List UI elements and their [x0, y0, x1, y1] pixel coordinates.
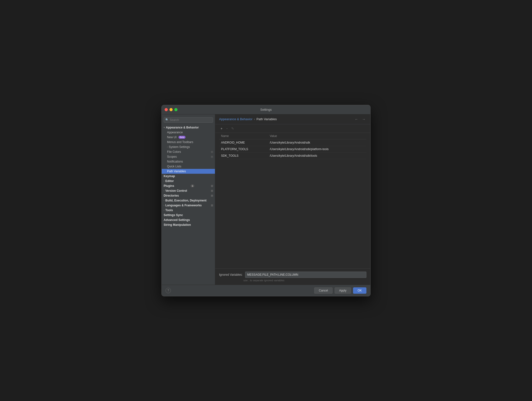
sidebar-item-label: String Manipulation — [164, 223, 191, 227]
table-icon: ▤ — [211, 150, 213, 153]
titlebar: Settings — [162, 105, 370, 114]
cell-name: PLATFORM_TOOLS — [219, 146, 268, 152]
sidebar-item-advanced-settings[interactable]: Advanced Settings — [162, 218, 215, 222]
sidebar-item-editor[interactable]: › Editor — [162, 179, 215, 183]
ignored-input[interactable] — [245, 272, 366, 278]
sidebar-item-appearance-behavior[interactable]: ▾ Appearance & Behavior — [162, 125, 215, 130]
breadcrumb-current: Path Variables — [257, 117, 277, 121]
sidebar-item-label: Tools — [165, 209, 173, 212]
sidebar-item-label: Notifications — [167, 160, 183, 163]
cell-value: /Users/kyle/Library/Android/sdk/tools — [268, 152, 366, 159]
sidebar-item-version-control[interactable]: › Version Control ▤ — [162, 188, 215, 193]
sidebar-item-languages-frameworks[interactable]: › Languages & Frameworks ▤ — [162, 203, 215, 208]
sidebar-item-label: Appearance & Behavior — [166, 126, 199, 129]
toolbar: + − ✎ — [215, 124, 370, 133]
sidebar-item-settings-sync[interactable]: Settings Sync — [162, 213, 215, 218]
sidebar-item-file-colors[interactable]: File Colors ▤ — [162, 149, 215, 154]
cell-value: /Users/kyle/Library/Android/sdk — [268, 139, 366, 146]
main-panel: Appearance & Behavior › Path Variables ←… — [215, 114, 370, 285]
sidebar-item-notifications[interactable]: Notifications — [162, 159, 215, 164]
sidebar-item-label: Quick Lists — [167, 165, 181, 168]
help-button[interactable]: ? — [166, 288, 171, 293]
col-value: Value — [268, 133, 366, 139]
breadcrumb-bar: Appearance & Behavior › Path Variables ←… — [215, 114, 370, 124]
sidebar-item-label: Version Control — [165, 189, 187, 192]
table-row[interactable]: SDK_TOOLS /Users/kyle/Library/Android/sd… — [219, 152, 366, 159]
col-name: Name — [219, 133, 268, 139]
sidebar-item-label: New UI — [167, 136, 177, 139]
table-icon: ▤ — [211, 155, 213, 158]
minimize-button[interactable] — [169, 108, 173, 111]
sidebar-item-quick-lists[interactable]: Quick Lists — [162, 164, 215, 169]
sidebar-item-system-settings[interactable]: › System Settings — [162, 145, 215, 149]
settings-window: Settings 🔍 ▾ Appearance & Behavior Appea… — [161, 105, 371, 296]
remove-button[interactable]: − — [224, 126, 229, 131]
table-row[interactable]: PLATFORM_TOOLS /Users/kyle/Library/Andro… — [219, 146, 366, 152]
sidebar-item-keymap[interactable]: Keymap — [162, 174, 215, 179]
plugins-badge: 1 — [191, 184, 194, 187]
sidebar-item-label: Directories — [164, 194, 179, 197]
sidebar-item-label: Editor — [165, 179, 174, 183]
nav-arrows: ← → — [354, 117, 366, 122]
forward-arrow[interactable]: → — [361, 117, 366, 122]
sidebar-item-label: Build, Execution, Deployment — [165, 199, 206, 202]
table-icon: ▤ — [211, 189, 213, 192]
table-row[interactable]: ANDROID_HOME /Users/kyle/Library/Android… — [219, 139, 366, 146]
main-content: 🔍 ▾ Appearance & Behavior Appearance New… — [162, 114, 370, 285]
chevron-right-icon: › — [164, 209, 164, 211]
window-title: Settings — [260, 108, 272, 111]
sidebar-item-label: System Settings — [169, 145, 190, 149]
search-box[interactable]: 🔍 — [164, 117, 213, 123]
cell-name: ANDROID_HOME — [219, 139, 268, 146]
variables-table: Name Value ANDROID_HOME /Users/kyle/Libr… — [219, 133, 366, 159]
sidebar-item-label: Advanced Settings — [164, 218, 190, 222]
chevron-right-icon: › — [164, 199, 164, 202]
sidebar-item-label: Appearance — [167, 131, 183, 134]
sidebar-item-menus-toolbars[interactable]: Menus and Toolbars — [162, 140, 215, 145]
bottom-area: Ignored Variables: use ; to separate ign… — [215, 268, 370, 285]
sidebar-item-build-execution[interactable]: › Build, Execution, Deployment — [162, 198, 215, 203]
search-icon: 🔍 — [165, 118, 169, 121]
edit-button[interactable]: ✎ — [230, 126, 236, 131]
chevron-right-icon: › — [164, 190, 164, 192]
cancel-button[interactable]: Cancel — [314, 287, 332, 294]
table-icon: ▤ — [211, 194, 213, 197]
cell-value: /Users/kyle/Library/Android/sdk/platform… — [268, 146, 366, 152]
chevron-down-icon: ▾ — [164, 126, 165, 129]
table-area: Name Value ANDROID_HOME /Users/kyle/Libr… — [215, 133, 370, 268]
sidebar-item-label: Menus and Toolbars — [167, 140, 193, 144]
sidebar-item-path-variables[interactable]: Path Variables — [162, 169, 215, 174]
sidebar-item-tools[interactable]: › Tools — [162, 208, 215, 213]
sidebar-item-string-manipulation[interactable]: String Manipulation — [162, 222, 215, 227]
footer: ? Cancel Apply OK — [162, 285, 370, 296]
chevron-right-icon: › — [164, 204, 164, 207]
back-arrow[interactable]: ← — [354, 117, 359, 122]
beta-badge: Beta — [178, 136, 186, 139]
footer-actions: Cancel Apply OK — [314, 287, 366, 294]
sidebar-item-label: Scopes — [167, 155, 177, 158]
maximize-button[interactable] — [174, 108, 177, 111]
ok-button[interactable]: OK — [353, 287, 366, 294]
sidebar-item-appearance[interactable]: Appearance — [162, 130, 215, 135]
search-input[interactable] — [170, 118, 211, 122]
sidebar-item-label: Plugins — [164, 184, 174, 188]
sidebar-item-label: Languages & Frameworks — [165, 204, 202, 207]
sidebar-item-label: Path Variables — [167, 170, 186, 173]
sidebar-item-plugins[interactable]: Plugins 1 ▤ — [162, 183, 215, 188]
close-button[interactable] — [165, 108, 168, 111]
sidebar-item-directories[interactable]: Directories ▤ — [162, 193, 215, 198]
sidebar-item-label: Settings Sync — [164, 213, 183, 217]
add-button[interactable]: + — [219, 126, 224, 131]
chevron-right-icon: › — [167, 146, 168, 148]
sidebar-item-label: Keymap — [164, 174, 175, 178]
sidebar-item-scopes[interactable]: Scopes ▤ — [162, 154, 215, 159]
ignored-label: Ignored Variables: — [219, 273, 243, 276]
apply-button[interactable]: Apply — [335, 287, 351, 294]
table-icon: ▤ — [211, 184, 213, 187]
breadcrumb-parent[interactable]: Appearance & Behavior — [219, 117, 252, 121]
ignored-hint: use ; to separate ignored variables — [243, 279, 366, 282]
ignored-row: Ignored Variables: — [219, 272, 366, 278]
sidebar-item-new-ui[interactable]: New UI Beta — [162, 135, 215, 140]
chevron-right-icon: › — [164, 180, 164, 182]
sidebar-item-label: File Colors — [167, 150, 181, 154]
